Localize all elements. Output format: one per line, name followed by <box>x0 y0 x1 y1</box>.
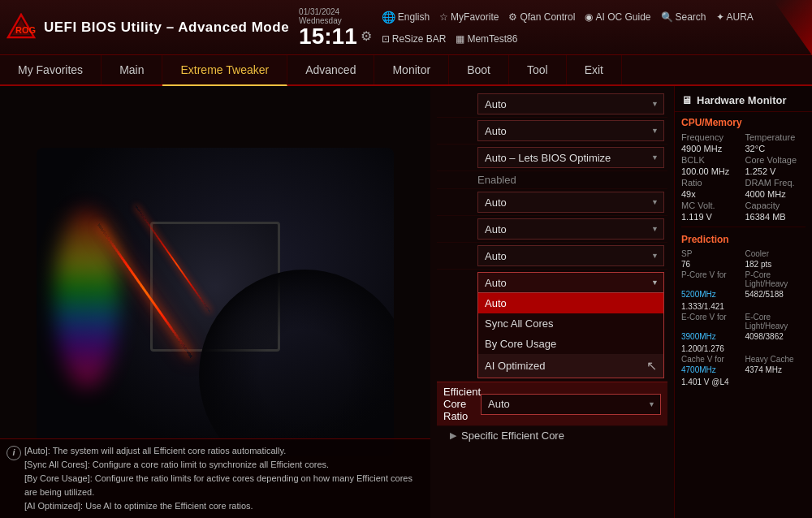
dropdown-option-ai-optimized[interactable]: AI Optimized ↖ <box>478 354 663 378</box>
setting-row-6: Auto <box>437 216 667 243</box>
specific-efficient-core-label: Specific Efficient Core <box>461 430 564 442</box>
memtest-btn[interactable]: ▦ MemTest86 <box>456 33 517 45</box>
qfan-icon: ⚙ <box>508 11 517 23</box>
pred-cooler-val: 182 pts <box>745 260 806 269</box>
pred-ecore-lh-label: E-Core Light/Heavy <box>745 313 806 330</box>
efficient-core-ratio-row: Efficient Core Ratio Auto <box>437 382 667 425</box>
nav-advanced[interactable]: Advanced <box>287 55 374 84</box>
pred-ecore-for-label: E-Core V for <box>681 313 742 330</box>
setting-row-1: Auto <box>437 91 667 118</box>
dropdown-option-auto[interactable]: Auto <box>478 293 663 313</box>
resizebar-btn[interactable]: ⊡ ReSize BAR <box>382 33 447 45</box>
time-text: 15:11 <box>299 25 357 48</box>
hw-dramfreq-val: 4000 MHz <box>745 189 806 199</box>
aioc-label: AI OC Guide <box>595 11 650 23</box>
myfavorite-label: MyFavorite <box>451 11 499 23</box>
qfan-btn[interactable]: ⚙ Qfan Control <box>508 11 575 23</box>
cpu-memory-grid: Frequency Temperature 4900 MHz 32°C BCLK… <box>675 131 812 223</box>
efficient-core-ratio-dropdown[interactable]: Auto <box>481 394 661 415</box>
hw-capacity-val: 16384 MB <box>745 212 806 222</box>
pred-sp-label: SP <box>681 249 742 258</box>
english-btn[interactable]: 🌐 English <box>382 11 430 24</box>
hw-dramfreq-label: DRAM Freq. <box>745 178 806 188</box>
cpu-memory-title: CPU/Memory <box>675 112 812 131</box>
dropdown-option-sync-all-cores[interactable]: Sync All Cores <box>478 313 663 334</box>
aura-icon: ✦ <box>716 11 724 23</box>
pred-cache-for-val: 4700MHz <box>681 365 742 374</box>
dropdown-6-wrap: Auto <box>477 218 664 240</box>
motherboard-bg <box>37 148 394 456</box>
bios-title: UEFI BIOS Utility – Advanced Mode <box>44 19 289 36</box>
hw-corevolt-val: 1.252 V <box>745 166 806 176</box>
pred-pcore-for-label: P-Core V for <box>681 270 742 288</box>
myfavorite-icon: ☆ <box>439 11 448 23</box>
pred-cache-for-label: Cache V for <box>681 355 742 364</box>
hw-temp-val: 32°C <box>745 144 806 153</box>
datetime-block: 01/31/2024 Wednesday 15:11 ⚙ <box>299 7 372 48</box>
nav-tool[interactable]: Tool <box>509 55 567 84</box>
hw-capacity-label: Capacity <box>745 201 806 210</box>
dropdown-options-list: Auto Sync All Cores By Core Usage AI Opt… <box>477 293 664 378</box>
rog-logo-icon: ROG <box>6 13 36 42</box>
hw-panel-title: 🖥 Hardware Monitor <box>675 91 812 112</box>
resizebar-icon: ⊡ <box>382 33 390 45</box>
pred-cache-heavy-label: Heavy Cache <box>745 355 806 364</box>
nav-main[interactable]: Main <box>102 55 162 84</box>
search-btn[interactable]: 🔍 Search <box>661 11 706 23</box>
pred-pcore-for-val: 5200MHz <box>681 290 742 299</box>
resizebar-label: ReSize BAR <box>392 33 447 45</box>
prediction-grid: SP Cooler 76 182 pts P-Core V for P-Core… <box>675 248 812 388</box>
settings-area: Auto Auto Auto – Lets BIOS Optimize Enab… <box>430 86 674 518</box>
aura-btn[interactable]: ✦ AURA <box>716 11 754 23</box>
qfan-label: Qfan Control <box>520 11 575 23</box>
dropdown-1-btn[interactable]: Auto <box>477 93 664 114</box>
nav-extreme-tweaker[interactable]: Extreme Tweaker <box>162 55 287 86</box>
dropdown-option-by-core-usage[interactable]: By Core Usage <box>478 334 663 354</box>
hw-mcvolt-val: 1.119 V <box>681 212 742 222</box>
pred-pcore-lh-val: 5482/5188 <box>745 290 806 299</box>
enabled-wrap: Enabled <box>477 174 664 186</box>
pred-cache-volt2-val <box>745 378 806 386</box>
dropdown-7-btn[interactable]: Auto <box>477 245 664 266</box>
memtest-icon: ▦ <box>456 33 464 45</box>
aioc-icon: ◉ <box>585 11 593 23</box>
pred-ecore-volt-val: 1.200/1.276 <box>681 344 742 353</box>
myfavorite-btn[interactable]: ☆ MyFavorite <box>439 11 499 23</box>
hw-mcvolt-label: MC Volt. <box>681 201 742 210</box>
globe-icon: 🌐 <box>382 11 395 24</box>
nav-my-favorites[interactable]: My Favorites <box>0 55 102 84</box>
aioc-btn[interactable]: ◉ AI OC Guide <box>585 11 650 23</box>
hw-bclk-val: 100.00 MHz <box>681 166 742 176</box>
info-line-4: [AI Optimized]: Use AI to optimize the E… <box>24 499 422 513</box>
memtest-label: MemTest86 <box>467 33 517 45</box>
nav-monitor[interactable]: Monitor <box>374 55 449 84</box>
dropdown-3-wrap: Auto – Lets BIOS Optimize <box>477 147 664 168</box>
dropdown-2-wrap: Auto <box>477 120 664 141</box>
date-text: 01/31/2024 Wednesday <box>299 7 372 25</box>
top-bar-left: ROG UEFI BIOS Utility – Advanced Mode <box>6 13 289 42</box>
dropdown-5-btn[interactable]: Auto <box>477 192 664 213</box>
pred-cache-volt-val: 1.401 V @L4 <box>681 378 742 386</box>
open-dropdown-trigger[interactable]: Auto <box>477 272 664 293</box>
setting-row-2: Auto <box>437 118 667 145</box>
hw-ratio-label: Ratio <box>681 178 742 188</box>
nav-bar: My Favorites Main Extreme Tweaker Advanc… <box>0 55 812 86</box>
nav-boot[interactable]: Boot <box>449 55 509 84</box>
enabled-text: Enabled <box>477 171 516 188</box>
hw-freq-label: Frequency <box>681 132 742 142</box>
nav-exit[interactable]: Exit <box>567 55 622 84</box>
top-bar: ROG UEFI BIOS Utility – Advanced Mode 01… <box>0 0 812 55</box>
dropdown-3-btn[interactable]: Auto – Lets BIOS Optimize <box>477 147 664 168</box>
rgb-glow-decor <box>54 209 119 388</box>
pred-cooler-label: Cooler <box>745 249 806 258</box>
dropdown-2-btn[interactable]: Auto <box>477 120 664 141</box>
specific-efficient-core-row[interactable]: ▶ Specific Efficient Core <box>437 425 667 445</box>
prediction-title: Prediction <box>675 231 812 248</box>
pred-pcore-volt-val: 1.333/1.421 <box>681 302 742 311</box>
efficient-core-ratio-label: Efficient Core Ratio <box>443 386 481 422</box>
settings-clock-icon[interactable]: ⚙ <box>361 28 372 44</box>
pred-pcore-lh-label: P-Core Light/Heavy <box>745 270 806 288</box>
hw-temp-label: Temperature <box>745 132 806 142</box>
info-line-2: [Sync All Cores]: Configure a core ratio… <box>24 458 422 472</box>
dropdown-6-btn[interactable]: Auto <box>477 218 664 240</box>
